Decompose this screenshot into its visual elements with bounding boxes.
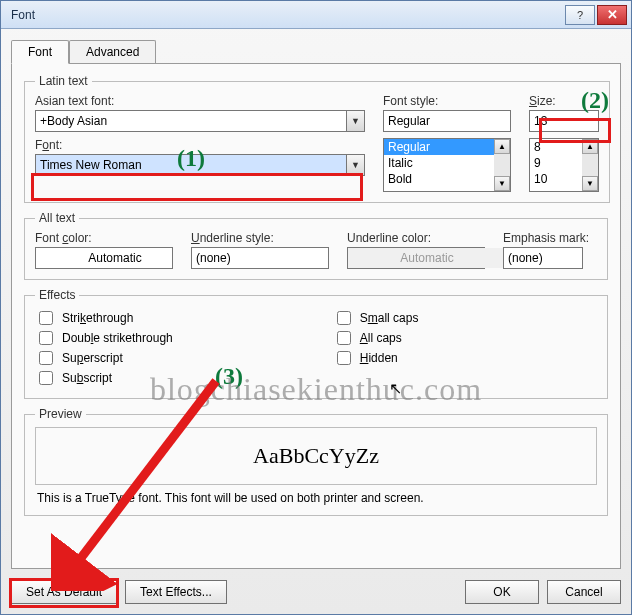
hidden-label: Hidden	[360, 351, 398, 365]
hidden-check[interactable]	[337, 351, 351, 365]
double-strike-check[interactable]	[39, 331, 53, 345]
preview-legend: Preview	[35, 407, 86, 421]
underline-style-combo[interactable]: ▼	[191, 247, 329, 269]
cancel-button[interactable]: Cancel	[547, 580, 621, 604]
effects-group: Effects Strikethrough Double strikethrou…	[24, 288, 608, 399]
underline-color-value	[348, 248, 506, 268]
preview-group: Preview AaBbCcYyZz This is a TrueType fo…	[24, 407, 608, 516]
font-input[interactable]	[36, 155, 346, 175]
superscript-label: Superscript	[62, 351, 123, 365]
underline-color-combo: ▼	[347, 247, 485, 269]
scroll-up-icon[interactable]: ▲	[582, 139, 598, 154]
small-caps-check[interactable]	[337, 311, 351, 325]
scroll-up-icon[interactable]: ▲	[494, 139, 510, 154]
all-text-group: All text Font color: ▼ Underline style:	[24, 211, 608, 280]
font-dialog: Font ? ✕ Font Advanced Latin text Asian …	[0, 0, 632, 615]
list-item[interactable]: Regular	[384, 139, 494, 155]
font-color-value[interactable]	[36, 248, 194, 268]
asian-font-label: Asian text font:	[35, 94, 365, 108]
asian-font-input[interactable]	[36, 111, 346, 131]
scroll-down-icon[interactable]: ▼	[582, 176, 598, 191]
dialog-buttons: Set As Default Text Effects... OK Cancel	[11, 580, 621, 604]
titlebar-controls: ? ✕	[565, 5, 627, 25]
all-caps-check[interactable]	[337, 331, 351, 345]
font-color-combo[interactable]: ▼	[35, 247, 173, 269]
emphasis-value[interactable]	[504, 248, 632, 268]
strikethrough-label: Strikethrough	[62, 311, 133, 325]
font-style-input[interactable]	[384, 111, 542, 131]
list-item[interactable]: Bold	[384, 171, 494, 187]
font-style-label: Font style:	[383, 94, 511, 108]
double-strike-label: Double strikethrough	[62, 331, 173, 345]
tab-content: Latin text Asian text font: ▼ Font style…	[11, 63, 621, 569]
font-color-label: Font color:	[35, 231, 173, 245]
underline-style-label: Underline style:	[191, 231, 329, 245]
asian-font-combo[interactable]: ▼	[35, 110, 365, 132]
scrollbar[interactable]: ▲ ▼	[494, 139, 510, 191]
list-item[interactable]: Italic	[384, 155, 494, 171]
latin-legend: Latin text	[35, 74, 92, 88]
ok-button[interactable]: OK	[465, 580, 539, 604]
font-combo[interactable]: ▼	[35, 154, 365, 176]
text-effects-button[interactable]: Text Effects...	[125, 580, 227, 604]
strikethrough-check[interactable]	[39, 311, 53, 325]
emphasis-combo[interactable]: ▼	[503, 247, 583, 269]
subscript-label: Subscript	[62, 371, 112, 385]
list-item[interactable]: 10	[530, 171, 582, 187]
scroll-down-icon[interactable]: ▼	[494, 176, 510, 191]
font-label: Font:	[35, 138, 365, 152]
font-style-input-box[interactable]	[383, 110, 511, 132]
chevron-down-icon[interactable]: ▼	[346, 155, 364, 175]
subscript-check[interactable]	[39, 371, 53, 385]
latin-text-group: Latin text Asian text font: ▼ Font style…	[24, 74, 610, 203]
tab-font[interactable]: Font	[11, 40, 69, 64]
help-button[interactable]: ?	[565, 5, 595, 25]
list-item[interactable]: 8	[530, 139, 582, 155]
size-list[interactable]: 8 9 10 ▲ ▼	[529, 138, 599, 192]
scrollbar[interactable]: ▲ ▼	[582, 139, 598, 191]
size-input[interactable]	[530, 111, 632, 131]
size-label: Size:	[529, 94, 599, 108]
alltext-legend: All text	[35, 211, 79, 225]
underline-style-value[interactable]	[192, 248, 350, 268]
window-title: Font	[11, 8, 35, 22]
small-caps-label: Small caps	[360, 311, 419, 325]
superscript-check[interactable]	[39, 351, 53, 365]
close-button[interactable]: ✕	[597, 5, 627, 25]
title-bar: Font ? ✕	[1, 1, 631, 29]
effects-legend: Effects	[35, 288, 79, 302]
tab-advanced[interactable]: Advanced	[69, 40, 156, 64]
size-input-box[interactable]	[529, 110, 599, 132]
preview-note: This is a TrueType font. This font will …	[37, 491, 595, 505]
emphasis-label: Emphasis mark:	[503, 231, 589, 245]
chevron-down-icon[interactable]: ▼	[346, 111, 364, 131]
list-item[interactable]: 9	[530, 155, 582, 171]
font-style-list[interactable]: Regular Italic Bold ▲ ▼	[383, 138, 511, 192]
underline-color-label: Underline color:	[347, 231, 485, 245]
preview-box: AaBbCcYyZz	[35, 427, 597, 485]
all-caps-label: All caps	[360, 331, 402, 345]
set-default-button[interactable]: Set As Default	[11, 580, 117, 604]
tab-strip: Font Advanced	[11, 39, 621, 63]
